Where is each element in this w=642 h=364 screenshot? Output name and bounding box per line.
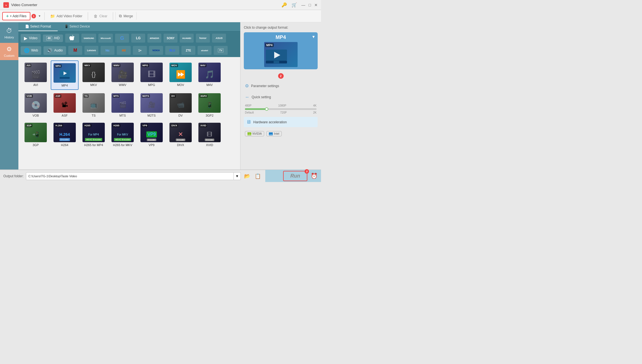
alcatel-logo[interactable]: alcatel xyxy=(198,46,211,55)
oneplus-text: 1+ xyxy=(138,49,141,52)
format-item-asf[interactable]: ASF 📽 ASF xyxy=(51,91,79,119)
output-path-dropdown[interactable]: ▼ xyxy=(234,172,241,180)
add-folder-button[interactable]: 📁 Add Video Folder xyxy=(47,12,86,20)
slider-thumb[interactable] xyxy=(265,107,268,111)
motorola-logo[interactable]: M xyxy=(68,46,82,55)
add-files-dropdown[interactable]: ▼ xyxy=(37,13,42,19)
close-button[interactable]: ✕ xyxy=(314,3,318,7)
rp-dropdown-arrow[interactable]: ▼ xyxy=(312,35,315,39)
separator-2 xyxy=(88,12,88,20)
sidebar-item-custom[interactable]: ⚙ Custom xyxy=(0,43,18,60)
key-icon[interactable]: 🔑 xyxy=(281,2,287,8)
quality-slider[interactable] xyxy=(245,108,317,110)
apple-logo[interactable] xyxy=(65,34,79,43)
honor-logo[interactable]: honor xyxy=(196,34,210,43)
nokia-logo[interactable]: NOKIA xyxy=(149,46,163,55)
google-text: G xyxy=(120,35,124,41)
sidebar-item-history[interactable]: ⏱ History xyxy=(0,24,18,42)
format-name-m4v: M4V xyxy=(206,83,213,87)
google-logo[interactable]: G xyxy=(115,34,129,43)
hw-label: Hardware acceleration xyxy=(253,120,287,124)
lg-logo[interactable]: LG xyxy=(131,34,145,43)
custom-icon: ⚙ xyxy=(6,46,12,53)
merge-icon: ⧉ xyxy=(119,14,122,18)
clear-button[interactable]: 🗑 Clear xyxy=(90,12,111,20)
format-item-ts[interactable]: TS 📺 TS xyxy=(80,91,108,119)
asus-logo[interactable]: ASUS xyxy=(212,34,226,43)
format-item-h265mp4[interactable]: H265 For MP4 HEVC Encoder H265 for MP4 xyxy=(80,120,108,149)
huawei-text: HUAWEI xyxy=(182,37,191,40)
format-item-mkv[interactable]: MKV {} MKV xyxy=(80,60,108,90)
tv-logo[interactable]: TV xyxy=(214,46,228,55)
audio-button[interactable]: 🔊 Audio xyxy=(43,46,66,55)
4khd-button[interactable]: 4K /HD xyxy=(43,35,63,42)
4khd-label: 4K xyxy=(46,36,52,40)
format-item-wmv[interactable]: WMV 🎥 WMV xyxy=(109,60,137,90)
format-item-divx[interactable]: DIVX ✕ Encoder DIVX xyxy=(167,120,194,149)
cart-icon[interactable]: 🛒 xyxy=(291,2,297,8)
tab-select-format[interactable]: 📄 Select Format xyxy=(18,22,58,31)
tab-select-device[interactable]: 📱 Select Device xyxy=(58,22,97,31)
format-item-mp4[interactable]: MP4 MP4 xyxy=(51,60,79,90)
web-button[interactable]: 🌐 Web xyxy=(21,46,41,55)
oneplus-logo[interactable]: 1+ xyxy=(133,46,147,55)
app-icon: V xyxy=(3,2,9,8)
format-item-vob[interactable]: VOB 💿 VOB xyxy=(22,91,50,119)
format-item-m4v[interactable]: M4V 🎵 M4V xyxy=(196,60,223,90)
format-item-mov[interactable]: MOV ⏩ MOV xyxy=(167,60,194,90)
add-files-button[interactable]: + + Add Files xyxy=(2,12,30,20)
blu-text: BLU xyxy=(169,49,175,52)
format-item-mts[interactable]: MTS 🎬 MTS xyxy=(109,91,137,119)
format-grid-container: AVI 🎬 AVI MP4 xyxy=(18,57,240,169)
microsoft-logo[interactable]: Microsoft xyxy=(98,34,113,43)
sony-logo[interactable]: SONY xyxy=(164,34,177,43)
bottom-bar: Output folder: ▼ 📂 📋 xyxy=(0,170,265,182)
samsung-logo[interactable]: SAMSUNG xyxy=(81,34,96,43)
lenovo-logo[interactable]: Lenovo xyxy=(84,46,98,55)
xiaomi-text: mi xyxy=(122,48,126,52)
format-item-mpg[interactable]: MPG 🎞 MPG xyxy=(138,60,166,90)
honor-text: honor xyxy=(200,37,207,40)
format-item-3gp[interactable]: 3GP 📲 3GP xyxy=(22,120,50,149)
amazon-logo[interactable]: amazon xyxy=(147,34,161,43)
format-item-h265mkv[interactable]: H265 For MKV HEVC Encoder H265 for MKV xyxy=(109,120,137,149)
format-name-xvid: XVID xyxy=(206,143,213,147)
svg-text:NVIDIA: NVIDIA xyxy=(247,133,251,135)
nvidia-badge[interactable]: NVIDIA NVIDIA xyxy=(245,131,264,136)
format-name-mp4: MP4 xyxy=(62,84,68,87)
xiaomi-logo[interactable]: mi xyxy=(117,46,131,55)
format-item-3gp2[interactable]: 3GP2 📱 3GP2 xyxy=(196,91,223,119)
svg-rect-8 xyxy=(274,61,279,63)
merge-button[interactable]: ⧉ Merge xyxy=(115,12,137,20)
zte-logo[interactable]: ZTE xyxy=(181,46,195,55)
video-button[interactable]: ▶ Video xyxy=(21,34,41,43)
rp-format-box[interactable]: MP4 ▼ MP4 xyxy=(244,32,318,69)
run-button[interactable]: Run 3 xyxy=(283,171,307,181)
format-item-avi[interactable]: AVI 🎬 AVI xyxy=(22,60,50,90)
minimize-button[interactable]: — xyxy=(301,3,305,7)
blu-logo[interactable]: BLU xyxy=(165,46,179,55)
title-bar: V Video Converter 🔑 🛒 — □ ✕ xyxy=(0,0,321,10)
output-settings-button[interactable]: 📋 xyxy=(254,172,262,180)
samsung-text: SAMSUNG xyxy=(84,37,94,40)
format-item-dv[interactable]: DV 📹 DV xyxy=(167,91,194,119)
web-label: Web xyxy=(31,48,38,52)
param-settings-button[interactable]: ⚙ Parameter settings xyxy=(244,82,318,90)
format-item-xvid[interactable]: XVID 🎞 Encoder XVID xyxy=(196,120,223,149)
htc-logo[interactable]: htc xyxy=(101,46,115,55)
format-name-avi: AVI xyxy=(33,83,38,87)
open-folder-button[interactable]: 📂 xyxy=(243,172,251,180)
format-item-h264[interactable]: H.264 H.264 Encoder H264 xyxy=(51,120,79,149)
format-item-vp9[interactable]: VP9 VP9 Encoder VP9 xyxy=(138,120,166,149)
format-item-m2ts[interactable]: M2TS 🎥 M2TS xyxy=(138,91,166,119)
maximize-button[interactable]: □ xyxy=(309,3,311,7)
add-files-label: + Add Files xyxy=(10,14,26,18)
param-settings-icon: ⚙ xyxy=(245,83,249,88)
hardware-acceleration-button[interactable]: 🖥 Hardware acceleration xyxy=(244,117,318,127)
alarm-button[interactable]: ⏰ xyxy=(311,173,318,179)
output-path-input[interactable] xyxy=(26,172,234,180)
format-name-dv: DV xyxy=(178,114,183,117)
huawei-logo[interactable]: HUAWEI xyxy=(180,34,194,43)
quick-setting-button[interactable]: ↔ Quick setting xyxy=(244,93,318,101)
intel-badge[interactable]: intel Intel xyxy=(266,131,282,136)
